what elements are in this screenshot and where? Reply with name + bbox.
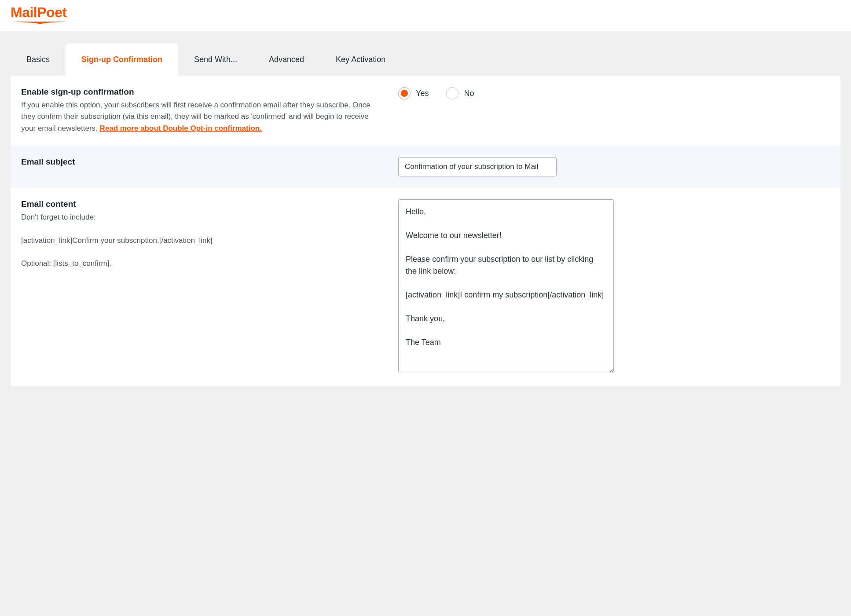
radio-dot-icon [401,90,408,97]
radio-checked-icon [398,87,411,99]
row-enable-signup: Enable sign-up confirmation If you enabl… [11,76,840,146]
email-subject-title: Email subject [21,157,385,167]
double-optin-link[interactable]: Read more about Double Opt-in confirmati… [100,124,262,132]
row-email-subject: Email subject [11,146,840,188]
settings-page: Basics Sign-up Confirmation Send With...… [0,31,851,399]
email-subject-input[interactable] [398,157,557,176]
radio-no-label: No [464,89,474,98]
tab-key-activation[interactable]: Key Activation [320,44,401,76]
tab-advanced[interactable]: Advanced [253,44,320,76]
logo: MailPoet [11,5,68,25]
row-subject-control-col [398,157,830,176]
radio-yes-label: Yes [416,89,429,98]
email-content-textarea[interactable] [398,199,614,373]
email-content-hint: Don't forget to include: [activation_lin… [21,212,385,270]
hint-intro: Don't forget to include: [21,212,385,223]
row-email-content: Email content Don't forget to include: [… [11,188,840,386]
logo-underline-icon [11,20,68,25]
row-enable-label-col: Enable sign-up confirmation If you enabl… [21,87,385,134]
enable-signup-radio-group: Yes No [398,87,830,99]
tab-send-with[interactable]: Send With... [178,44,253,76]
row-subject-label-col: Email subject [21,157,385,176]
enable-signup-radio-no[interactable]: No [446,87,474,99]
hint-activation-link: [activation_link]Confirm your subscripti… [21,235,385,246]
tab-signup-confirmation[interactable]: Sign-up Confirmation [66,44,178,76]
settings-panel: Enable sign-up confirmation If you enabl… [11,76,840,386]
row-content-control-col [398,199,830,375]
row-enable-control-col: Yes No [398,87,830,134]
email-content-title: Email content [21,199,385,209]
enable-signup-radio-yes[interactable]: Yes [398,87,429,99]
app-header: MailPoet [0,0,851,31]
tab-basics[interactable]: Basics [11,44,66,76]
radio-unchecked-icon [446,87,459,99]
row-content-label-col: Email content Don't forget to include: [… [21,199,385,375]
enable-signup-title: Enable sign-up confirmation [21,87,385,97]
logo-text: MailPoet [11,5,68,19]
enable-signup-description: If you enable this option, your subscrib… [21,99,385,134]
tabs-bar: Basics Sign-up Confirmation Send With...… [11,44,840,76]
hint-optional: Optional: [lists_to_confirm]. [21,258,385,269]
